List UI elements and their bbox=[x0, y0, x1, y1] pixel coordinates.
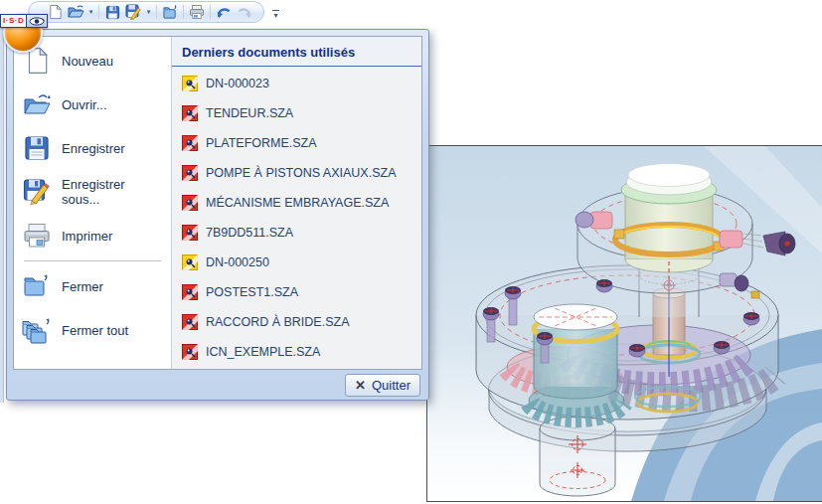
menu-item-label: Fermer bbox=[62, 279, 103, 294]
sza-doc-icon-red bbox=[182, 195, 198, 211]
recent-documents-pane: Derniers documents utilisés DN-000023 bbox=[171, 37, 421, 369]
sza-doc-icon-red bbox=[182, 135, 198, 151]
sza-doc-icon-red bbox=[182, 225, 198, 241]
helios-doc-icon-yellow bbox=[182, 254, 198, 270]
recent-doc-label: TENDEUR.SZA bbox=[206, 106, 293, 120]
recent-doc-postest1[interactable]: POSTEST1.SZA bbox=[172, 277, 421, 307]
toolbar-separator bbox=[183, 5, 184, 19]
recent-doc-label: PLATEFORME.SZA bbox=[206, 136, 317, 150]
new-document-icon bbox=[48, 4, 63, 20]
undo-icon bbox=[216, 5, 232, 20]
undo-button[interactable] bbox=[214, 3, 234, 21]
close-document-icon bbox=[22, 271, 52, 301]
recent-doc-dn-000250[interactable]: DN-000250 bbox=[172, 248, 421, 277]
open-folder-icon bbox=[22, 89, 52, 119]
recent-doc-icn-exemple[interactable]: ICN_EXEMPLE.SZA bbox=[172, 337, 421, 367]
toolbar-separator bbox=[98, 5, 99, 19]
eye-icon bbox=[26, 15, 47, 27]
save-as-icon bbox=[22, 177, 52, 207]
recent-doc-pompe[interactable]: POMPE À PISTONS AXIAUX.SZA bbox=[172, 158, 421, 188]
save-as-icon bbox=[125, 4, 141, 20]
quit-button[interactable]: ✕ Quitter bbox=[345, 374, 420, 397]
sza-doc-icon-red bbox=[182, 284, 198, 300]
menu-item-ouvrir[interactable]: Ouvrir... bbox=[14, 83, 171, 126]
recent-doc-dn-000023[interactable]: DN-000023 bbox=[172, 69, 421, 98]
recent-doc-plateforme[interactable]: PLATEFORME.SZA bbox=[172, 128, 421, 158]
recent-documents-list: DN-000023 TENDEUR.SZA bbox=[172, 67, 421, 369]
save-button[interactable] bbox=[102, 3, 122, 21]
quit-button-label: Quitter bbox=[372, 378, 411, 393]
close-folder-icon bbox=[162, 5, 178, 20]
recent-doc-label: POMPE À PISTONS AXIAUX.SZA bbox=[206, 166, 397, 180]
redo-icon bbox=[237, 5, 252, 20]
recent-doc-label: DN-000250 bbox=[206, 255, 269, 269]
assembly-foot-cylinder bbox=[540, 417, 615, 496]
menu-item-label: Enregistrer bbox=[62, 141, 125, 156]
menu-item-label: Nouveau bbox=[62, 54, 113, 69]
brand-badge: I·S·D bbox=[0, 14, 48, 28]
toolbar-separator bbox=[156, 5, 157, 19]
menu-item-label: Enregistrer sous... bbox=[62, 177, 165, 207]
recent-doc-label: POSTEST1.SZA bbox=[206, 285, 298, 299]
sza-doc-icon-red bbox=[182, 344, 198, 360]
menu-item-fermer-tout[interactable]: Fermer tout bbox=[14, 308, 171, 352]
application-menu-body: Nouveau Ouvrir... bbox=[13, 36, 422, 370]
redo-button[interactable] bbox=[235, 3, 254, 21]
helios-doc-icon-yellow bbox=[182, 76, 198, 91]
recent-doc-label: MÉCANISME EMBRAYAGE.SZA bbox=[206, 196, 389, 210]
menu-item-enregistrer-sous[interactable]: Enregistrer sous... bbox=[14, 170, 171, 214]
print-icon bbox=[189, 4, 205, 20]
recent-doc-7b9dd511[interactable]: 7B9DD511.SZA bbox=[172, 218, 421, 248]
menu-item-label: Fermer tout bbox=[62, 323, 128, 338]
cad-assembly-drawing bbox=[427, 146, 822, 501]
menu-item-fermer[interactable]: Fermer bbox=[14, 264, 171, 308]
menu-commands-pane: Nouveau Ouvrir... bbox=[14, 37, 171, 369]
brand-logo-text: I·S·D bbox=[1, 15, 26, 27]
print-icon bbox=[22, 221, 52, 251]
recent-doc-label: RACCORD À BRIDE.SZA bbox=[206, 315, 349, 329]
toolbar-separator bbox=[210, 5, 211, 19]
recent-doc-tendeur[interactable]: TENDEUR.SZA bbox=[172, 98, 421, 128]
menu-item-enregistrer[interactable]: Enregistrer bbox=[14, 126, 171, 170]
open-button[interactable] bbox=[66, 3, 85, 21]
menu-separator bbox=[24, 260, 161, 261]
toolbar-customize-button[interactable]: ▾ bbox=[268, 3, 283, 20]
recent-doc-label: DN-000023 bbox=[206, 77, 269, 90]
quick-access-toolbar: ▾ ▾ bbox=[28, 1, 264, 23]
save-as-button[interactable] bbox=[123, 3, 143, 21]
open-dropdown-caret[interactable]: ▾ bbox=[86, 8, 95, 16]
menu-item-imprimer[interactable]: Imprimer bbox=[14, 214, 171, 257]
application-menu-footer: ✕ Quitter bbox=[13, 370, 422, 400]
recent-doc-raccord[interactable]: RACCORD À BRIDE.SZA bbox=[172, 307, 421, 337]
save-icon bbox=[22, 133, 52, 163]
sza-doc-icon-red bbox=[182, 165, 198, 181]
application-menu: Nouveau Ouvrir... bbox=[6, 29, 429, 401]
open-folder-icon bbox=[68, 4, 84, 20]
sza-doc-icon-red bbox=[182, 314, 198, 330]
recent-documents-header: Derniers documents utilisés bbox=[172, 37, 421, 67]
sza-doc-icon-red bbox=[182, 105, 198, 121]
cad-3d-viewport[interactable] bbox=[426, 145, 822, 502]
print-button[interactable] bbox=[187, 3, 207, 21]
save-as-dropdown-caret[interactable]: ▾ bbox=[144, 8, 153, 16]
recent-doc-label: ICN_EXEMPLE.SZA bbox=[206, 345, 320, 359]
close-x-icon: ✕ bbox=[355, 379, 366, 392]
save-icon bbox=[105, 5, 120, 20]
toolbar-more-icon: ▾ bbox=[272, 10, 278, 20]
menu-item-label: Imprimer bbox=[62, 229, 112, 244]
recent-doc-mecanisme[interactable]: MÉCANISME EMBRAYAGE.SZA bbox=[172, 188, 421, 218]
close-document-button[interactable] bbox=[160, 3, 180, 21]
close-all-icon bbox=[22, 315, 52, 345]
recent-doc-label: 7B9DD511.SZA bbox=[206, 226, 293, 240]
assembly-green-cylinder bbox=[614, 164, 724, 273]
menu-item-label: Ouvrir... bbox=[62, 97, 107, 112]
window-frame-edge bbox=[0, 28, 4, 403]
